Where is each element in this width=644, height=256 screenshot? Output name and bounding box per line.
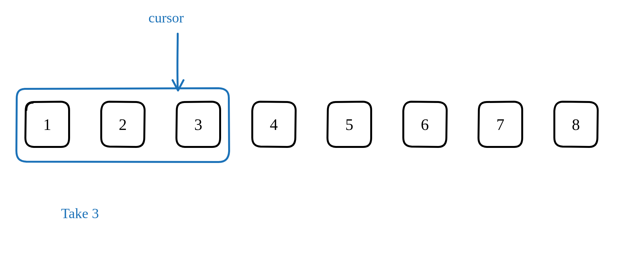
box-number-6: 6 xyxy=(421,115,429,134)
box-number-3: 3 xyxy=(194,115,202,134)
box-number-8: 8 xyxy=(572,115,580,134)
box-number-4: 4 xyxy=(270,115,278,134)
diagram-container: cursor 1 2 3 xyxy=(0,0,644,256)
box-number-1: 1 xyxy=(43,115,51,134)
box-2: 2 xyxy=(99,99,147,149)
box-3: 3 xyxy=(174,99,222,149)
box-7: 7 xyxy=(476,99,524,149)
box-number-7: 7 xyxy=(496,115,505,134)
box-number-2: 2 xyxy=(119,115,127,134)
box-1: 1 xyxy=(23,99,71,149)
box-number-5: 5 xyxy=(345,115,353,134)
box-row: 1 2 3 4 5 xyxy=(23,99,600,149)
take-label: Take 3 xyxy=(61,205,99,222)
box-6: 6 xyxy=(401,99,449,149)
box-8: 8 xyxy=(552,99,600,149)
box-5: 5 xyxy=(325,99,373,149)
cursor-arrow-icon xyxy=(170,32,186,93)
cursor-label: cursor xyxy=(148,10,184,26)
box-4: 4 xyxy=(250,99,298,149)
